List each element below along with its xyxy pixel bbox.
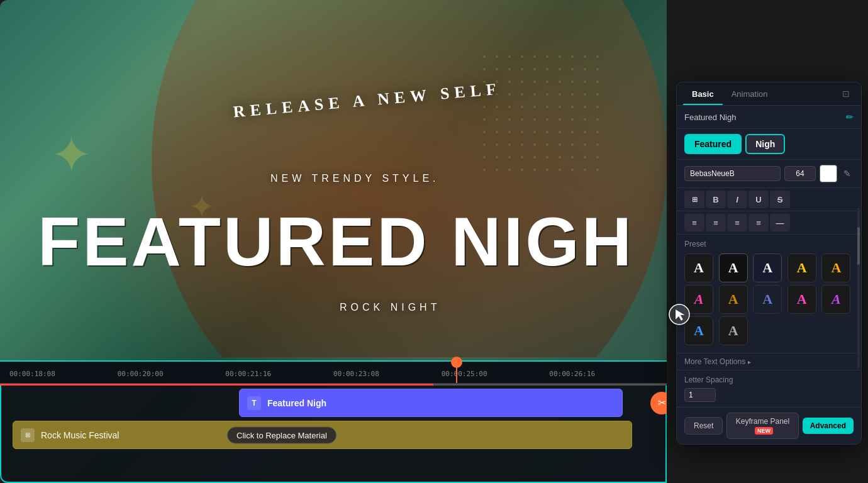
video-text-featured: FEATURED NIGH <box>38 201 634 281</box>
format-btn-align-left[interactable]: ≡ <box>684 214 704 231</box>
time-mark-2: 00:00:20:00 <box>118 370 226 378</box>
font-size-input[interactable] <box>784 166 816 181</box>
preset-item-5[interactable]: A <box>821 253 850 282</box>
new-badge: NEW <box>755 427 773 435</box>
track-video-icon: ⊞ <box>21 428 35 442</box>
preset-label: Preset <box>684 240 854 248</box>
preset-item-12[interactable]: A <box>719 316 748 345</box>
preset-item-9[interactable]: A <box>787 285 816 314</box>
video-canvas: ✦ ✦ RELEASE A NEW SELF NEW TRENDY STYLE.… <box>0 0 667 483</box>
replace-material-button[interactable]: Click to Replace Material <box>227 426 337 443</box>
preset-item-7[interactable]: A <box>719 285 748 314</box>
progress-line <box>0 384 667 386</box>
track-text-icon: T <box>247 396 261 410</box>
format-btn-align-right[interactable]: ≡ <box>727 214 747 231</box>
panel-title: Featured Nigh <box>684 113 736 122</box>
panel-header: Featured Nigh ✏ <box>677 106 861 129</box>
format-btn-italic[interactable]: I <box>727 191 747 208</box>
preset-grid-2: A A <box>684 316 854 345</box>
font-family-select[interactable]: BebasNeueB <box>684 166 781 181</box>
reset-button[interactable]: Reset <box>684 417 723 435</box>
track-row-featured: T Featured Nigh ✂ <box>6 389 660 417</box>
preset-grid: A A A A A A A A A A <box>684 253 854 314</box>
preset-item-1[interactable]: A <box>684 253 713 282</box>
track-rock[interactable]: ⊞ Rock Music Festival Click to Replace M… <box>13 421 632 449</box>
tab-basic[interactable]: Basic <box>683 83 723 105</box>
preset-section: Preset A A A A A A A A A A A A <box>677 235 861 353</box>
panel-scrollbar[interactable] <box>857 208 860 369</box>
timeline-section: 00:00:18:08 00:00:20:00 00:00:21:16 00:0… <box>0 360 667 483</box>
panel-edit-icon[interactable]: ✏ <box>846 112 854 122</box>
video-text-trendy: NEW TRENDY STYLE. <box>270 173 440 184</box>
font-controls: BebasNeueB ✎ <box>677 160 861 188</box>
keyframe-panel-button[interactable]: Keyframe Panel NEW <box>726 413 798 439</box>
text-selector-area: Featured Nigh <box>677 129 861 160</box>
letter-spacing-label: Letter Spacing <box>684 375 854 384</box>
track-rock-label: Rock Music Festival <box>41 430 119 440</box>
teal-pattern <box>478 50 604 176</box>
format-btn-align-justify[interactable]: ≡ <box>748 214 769 231</box>
track-row-rock: ⊞ Rock Music Festival Click to Replace M… <box>6 421 660 449</box>
playhead[interactable] <box>456 362 457 383</box>
format-btn-spacing[interactable]: ⊞ <box>684 191 704 208</box>
preset-item-3[interactable]: A <box>753 253 782 282</box>
format-btn-align-bottom[interactable]: — <box>770 214 790 231</box>
format-btn-bold[interactable]: B <box>706 191 726 208</box>
time-mark-4: 00:00:23:08 <box>333 370 442 378</box>
panel-scrollbar-thumb <box>857 227 860 265</box>
track-area: T Featured Nigh ✂ ⊞ Rock Music Festival … <box>0 384 667 454</box>
panel-actions: Reset Keyframe Panel NEW Advanced <box>677 407 861 444</box>
format-btn-underline[interactable]: U <box>748 191 769 208</box>
preset-item-10[interactable]: A <box>821 285 850 314</box>
more-options-arrow: ▸ <box>748 358 751 365</box>
more-text-options[interactable]: More Text Options ▸ <box>677 353 861 370</box>
track-featured[interactable]: T Featured Nigh <box>239 389 623 417</box>
preset-item-8[interactable]: A <box>753 285 782 314</box>
letter-spacing-input[interactable] <box>684 388 716 402</box>
track-featured-label: Featured Nigh <box>267 398 326 408</box>
video-text-rock: ROCK NIGHT <box>340 302 440 313</box>
time-mark-5: 00:00:25:00 <box>442 370 550 378</box>
timeline-ruler-marks: 00:00:18:08 00:00:20:00 00:00:21:16 00:0… <box>6 370 660 378</box>
format-row-1: ⊞ B I U S <box>677 188 861 211</box>
preset-item-2[interactable]: A <box>719 253 748 282</box>
font-color-swatch[interactable] <box>820 165 837 182</box>
advanced-button[interactable]: Advanced <box>803 418 854 434</box>
preset-item-6[interactable]: A <box>684 285 713 314</box>
letter-spacing-section: Letter Spacing <box>677 370 861 407</box>
preset-item-4[interactable]: A <box>787 253 816 282</box>
scissors-button[interactable]: ✂ <box>650 392 667 414</box>
text-pill-nigh[interactable]: Nigh <box>745 134 785 154</box>
time-mark-6: 00:00:26:16 <box>549 370 657 378</box>
tab-animation[interactable]: Animation <box>723 83 777 105</box>
time-mark-1: 00:00:18:08 <box>9 370 118 378</box>
timeline-ruler: 00:00:18:08 00:00:20:00 00:00:21:16 00:0… <box>0 362 667 384</box>
format-btn-align-center[interactable]: ≡ <box>706 214 726 231</box>
right-panel: Basic Animation ⊡ Featured Nigh ✏ Featur… <box>676 82 862 445</box>
panel-tabs: Basic Animation ⊡ <box>677 82 861 106</box>
text-pill-featured[interactable]: Featured <box>684 134 742 154</box>
font-edit-icon[interactable]: ✎ <box>841 166 854 181</box>
panel-expand-icon[interactable]: ⊡ <box>837 82 855 105</box>
format-row-2: ≡ ≡ ≡ ≡ — <box>677 211 861 235</box>
time-mark-3: 00:00:21:16 <box>225 370 333 378</box>
format-btn-strikethrough[interactable]: S <box>770 191 790 208</box>
star-decoration-1: ✦ <box>50 126 92 184</box>
preset-item-11[interactable]: A <box>684 316 713 345</box>
playhead-head <box>451 357 462 368</box>
